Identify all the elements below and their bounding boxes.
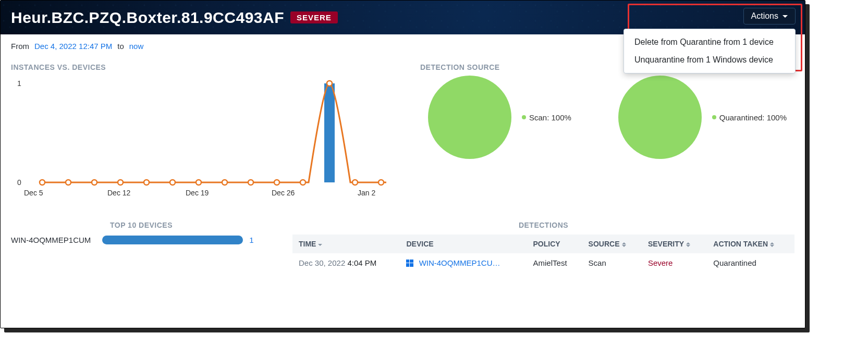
col-device[interactable]: DEVICE bbox=[400, 234, 527, 253]
pie-quarantined bbox=[618, 76, 702, 159]
pie-scan-block: Scan: 100% bbox=[428, 76, 571, 159]
top-devices-title: TOP 10 DEVICES bbox=[11, 221, 272, 229]
col-time-label: TIME bbox=[299, 240, 316, 248]
detection-source-panel: DETECTION SOURCE Scan: 100% Quarant bbox=[420, 63, 794, 205]
col-source-label: SOURCE bbox=[589, 240, 620, 248]
svg-point-8 bbox=[248, 180, 253, 185]
windows-icon bbox=[406, 260, 413, 267]
col-severity-label: SEVERITY bbox=[648, 240, 684, 248]
top-devices-panel: TOP 10 DEVICES WIN-4OQMMEP1CUM 1 bbox=[11, 221, 272, 273]
col-source[interactable]: SOURCE bbox=[582, 234, 642, 253]
col-device-label: DEVICE bbox=[406, 240, 433, 248]
menu-delete-from-quarantine[interactable]: Delete from Quarantine from 1 device bbox=[624, 33, 795, 51]
svg-text:Dec 12: Dec 12 bbox=[107, 189, 131, 197]
sort-desc-icon bbox=[318, 243, 322, 246]
charts-row: INSTANCES VS. DEVICES 1 0 bbox=[11, 63, 794, 205]
sort-icon bbox=[686, 242, 690, 247]
pie-scan bbox=[428, 76, 511, 159]
svg-rect-20 bbox=[410, 260, 413, 263]
instances-vs-devices-panel: INSTANCES VS. DEVICES 1 0 bbox=[11, 63, 399, 205]
legend-quarantined-label: Quarantined: 100% bbox=[719, 113, 787, 122]
top-device-row: WIN-4OQMMEP1CUM 1 bbox=[11, 236, 272, 244]
svg-text:Dec 26: Dec 26 bbox=[272, 189, 295, 197]
top-device-count[interactable]: 1 bbox=[249, 236, 253, 244]
svg-text:Jan 2: Jan 2 bbox=[358, 189, 375, 197]
cell-policy: AmielTest bbox=[527, 253, 582, 273]
cell-time-hour: 4:04 PM bbox=[347, 258, 376, 267]
cell-time-date: Dec 30, 2022 bbox=[299, 258, 345, 267]
pie-quarantined-block: Quarantined: 100% bbox=[618, 76, 787, 159]
table-header-row: TIME DEVICE POLICY SOURCE SEVERITY ACTIO… bbox=[292, 234, 794, 253]
menu-unquarantine[interactable]: Unquarantine from 1 Windows device bbox=[624, 51, 795, 69]
svg-text:Dec 19: Dec 19 bbox=[186, 189, 209, 197]
detections-title: DETECTIONS bbox=[292, 221, 794, 229]
instances-panel-title: INSTANCES VS. DEVICES bbox=[11, 63, 399, 71]
bar-instance bbox=[324, 83, 335, 182]
cell-device: WIN-4OQMMEP1CU… bbox=[400, 253, 527, 273]
svg-point-11 bbox=[327, 81, 332, 86]
svg-text:Dec 5: Dec 5 bbox=[24, 189, 43, 197]
svg-point-5 bbox=[170, 180, 175, 185]
svg-point-6 bbox=[196, 180, 201, 185]
instances-chart: 1 0 bbox=[11, 76, 399, 203]
cell-severity: Severe bbox=[642, 253, 707, 273]
col-time[interactable]: TIME bbox=[292, 234, 400, 253]
svg-point-9 bbox=[274, 180, 279, 185]
severity-badge: SEVERE bbox=[290, 11, 338, 23]
content-area: INSTANCES VS. DEVICES 1 0 bbox=[1, 58, 805, 283]
svg-point-4 bbox=[144, 180, 149, 185]
svg-point-12 bbox=[352, 180, 358, 185]
table-row[interactable]: Dec 30, 2022 4:04 PM WIN-4OQMMEP1CU… Ami… bbox=[292, 253, 794, 273]
svg-point-7 bbox=[222, 180, 227, 185]
page-title: Heur.BZC.PZQ.Boxter.81.9CC493AF bbox=[11, 9, 284, 27]
svg-rect-22 bbox=[410, 263, 413, 267]
col-action-taken-label: ACTION TAKEN bbox=[713, 240, 768, 248]
actions-dropdown-menu: Delete from Quarantine from 1 device Unq… bbox=[624, 29, 796, 73]
actions-button[interactable]: Actions bbox=[743, 8, 796, 24]
cell-action-taken: Quarantined bbox=[707, 253, 794, 273]
svg-point-1 bbox=[66, 180, 71, 185]
legend-scan-label: Scan: 100% bbox=[529, 113, 571, 122]
chevron-down-icon bbox=[783, 15, 788, 18]
legend-dot-icon bbox=[522, 115, 526, 119]
legend-scan: Scan: 100% bbox=[522, 113, 571, 122]
actions-button-label: Actions bbox=[751, 11, 778, 21]
to-date-link[interactable]: now bbox=[129, 42, 144, 51]
top-device-bar bbox=[102, 236, 243, 244]
page-container: Heur.BZC.PZQ.Boxter.81.9CC493AF SEVERE A… bbox=[0, 0, 805, 328]
cell-device-link[interactable]: WIN-4OQMMEP1CU… bbox=[419, 258, 500, 267]
detections-panel: DETECTIONS TIME DEVICE POLICY SOURCE SEV… bbox=[292, 221, 794, 273]
svg-point-2 bbox=[92, 180, 97, 185]
page-header: Heur.BZC.PZQ.Boxter.81.9CC493AF SEVERE A… bbox=[1, 1, 805, 34]
to-label: to bbox=[117, 42, 124, 51]
col-action-taken[interactable]: ACTION TAKEN bbox=[707, 234, 794, 253]
svg-point-13 bbox=[378, 180, 384, 185]
from-date-link[interactable]: Dec 4, 2022 12:47 PM bbox=[34, 42, 112, 51]
x-ticks: Dec 5 Dec 12 Dec 19 Dec 26 Jan 2 bbox=[24, 189, 375, 197]
detections-table: TIME DEVICE POLICY SOURCE SEVERITY ACTIO… bbox=[292, 234, 794, 273]
svg-point-0 bbox=[40, 180, 45, 185]
y-tick-0: 0 bbox=[17, 178, 21, 187]
bottom-row: TOP 10 DEVICES WIN-4OQMMEP1CUM 1 DETECTI… bbox=[11, 221, 794, 273]
cell-time: Dec 30, 2022 4:04 PM bbox=[292, 253, 400, 273]
sort-icon bbox=[770, 242, 774, 247]
top-device-name: WIN-4OQMMEP1CUM bbox=[11, 236, 91, 244]
svg-point-3 bbox=[118, 180, 123, 185]
col-severity[interactable]: SEVERITY bbox=[642, 234, 707, 253]
pie-charts-row: Scan: 100% Quarantined: 100% bbox=[420, 76, 794, 159]
svg-rect-21 bbox=[406, 263, 409, 267]
y-tick-1: 1 bbox=[17, 79, 21, 88]
col-policy-label: POLICY bbox=[533, 240, 560, 248]
cell-source: Scan bbox=[582, 253, 642, 273]
col-policy[interactable]: POLICY bbox=[527, 234, 582, 253]
from-label: From bbox=[11, 42, 29, 51]
legend-dot-icon bbox=[712, 115, 716, 119]
sort-icon bbox=[622, 242, 626, 247]
svg-rect-19 bbox=[406, 260, 409, 263]
svg-point-10 bbox=[300, 180, 305, 185]
actions-dropdown-container: Actions Delete from Quarantine from 1 de… bbox=[743, 8, 796, 24]
legend-quarantined: Quarantined: 100% bbox=[712, 113, 787, 122]
